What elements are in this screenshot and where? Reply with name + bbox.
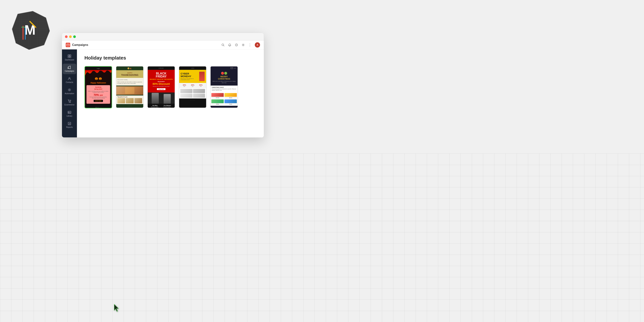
tmpl-xmas-title: MerryChristmas bbox=[212, 76, 236, 80]
tmpl-logo-halloween: Logo bbox=[85, 67, 112, 70]
svg-line-10 bbox=[224, 46, 224, 46]
browser-window: Campaigns ? bbox=[62, 33, 264, 138]
header-left: Campaigns bbox=[66, 43, 88, 47]
template-preview-thanksgiving: 🍂 HAPPY THANKSGIVING Dear [FIRST NAME], … bbox=[116, 66, 143, 108]
svg-text:?: ? bbox=[236, 44, 237, 46]
search-icon[interactable] bbox=[221, 43, 225, 47]
tmpl-bf-cat2: For Women Exclusive deals... bbox=[164, 105, 171, 108]
tmpl-thanksgiving-content: Dear [FIRST NAME], We're currently your … bbox=[116, 78, 143, 86]
tmpl-cm-subtitle: Electronics and apparel at unbeatable pr… bbox=[181, 78, 199, 80]
tmpl-cm-disc1: 30% OFF bbox=[183, 84, 186, 87]
svg-point-22 bbox=[70, 102, 71, 102]
sidebar-item-reports[interactable]: Reports bbox=[63, 120, 76, 130]
sidebar-item-campaigns[interactable]: Campaigns bbox=[63, 64, 76, 74]
tmpl-christmas-footer: ○○○○ bbox=[210, 106, 238, 108]
templates-grid: Logo 🎃 🎃 Happy Halloween Devilishlydarin… bbox=[84, 66, 256, 108]
header-title: Campaigns bbox=[72, 43, 88, 46]
floor-grid bbox=[0, 154, 644, 322]
tmpl-logo-cybermonday: LOGO bbox=[179, 66, 206, 70]
template-preview-christmas: login 🔴🟢 MerryChristmas Wish you a very … bbox=[210, 66, 238, 108]
template-card-blackfriday[interactable]: ● BRAND BLACKFRIDAY BIGGEST SALE OF THE … bbox=[147, 66, 175, 108]
page-title: Holiday templates bbox=[84, 55, 256, 61]
tmpl-cm-person bbox=[199, 72, 204, 81]
svg-rect-23 bbox=[68, 111, 71, 114]
tmpl-logo-christmas: login bbox=[210, 66, 238, 70]
sidebar: Dashboard Campaigns Contacts bbox=[62, 50, 77, 138]
browser-titlebar bbox=[62, 33, 264, 40]
tmpl-xmas-ornaments: 🔴🟢 bbox=[212, 72, 236, 75]
svg-rect-8 bbox=[67, 44, 69, 46]
template-card-halloween[interactable]: Logo 🎃 🎃 Happy Halloween Devilishlydarin… bbox=[84, 66, 112, 108]
tmpl-promo-box: Devilishlydaring deals! We're currently … bbox=[86, 85, 110, 104]
sidebar-label-dashboard: Dashboard bbox=[65, 59, 74, 61]
tmpl-thanksgiving-title: HAPPY THANKSGIVING bbox=[116, 70, 143, 78]
tmpl-bf-discount: 80% Discount bbox=[149, 82, 173, 85]
app-header: Campaigns ? bbox=[62, 40, 264, 50]
tmpl-christmas-hero: 🔴🟢 MerryChristmas Wish you a very Merry … bbox=[210, 70, 238, 86]
template-preview-cybermonday: LOGO CYBERMONDAY Electronics and apparel… bbox=[179, 66, 206, 108]
tmpl-thanksgiving-footer: ○○○ bbox=[116, 104, 143, 108]
svg-rect-17 bbox=[70, 56, 71, 58]
svg-text:🍂: 🍂 bbox=[130, 68, 132, 70]
tmpl-logo-thanksgiving: 🍂 bbox=[116, 66, 143, 70]
template-card-cybermonday[interactable]: LOGO CYBERMONDAY Electronics and apparel… bbox=[179, 66, 206, 108]
header-logo-icon bbox=[66, 43, 70, 47]
tmpl-cybermonday-footer: ○○○○ bbox=[179, 98, 206, 102]
tmpl-shop-btn[interactable]: SHOP NOW bbox=[94, 100, 103, 102]
tmpl-thanksgiving-image bbox=[116, 86, 143, 95]
sidebar-item-library[interactable]: Library bbox=[63, 108, 76, 119]
header-right: ? ⋮ A bbox=[221, 42, 260, 48]
tmpl-bf-title: BLACKFRIDAY bbox=[149, 72, 173, 78]
svg-rect-15 bbox=[70, 55, 71, 56]
svg-rect-14 bbox=[68, 55, 69, 56]
sidebar-item-ecommerce[interactable]: Ecommerce bbox=[63, 97, 76, 108]
tmpl-halloween-footer: follow us ○ ○ ○ bbox=[85, 104, 112, 108]
tmpl-cybermonday-hero: CYBERMONDAY Electronics and apparel at u… bbox=[179, 70, 206, 83]
browser-close-dot[interactable] bbox=[65, 36, 68, 38]
browser-maximize-dot[interactable] bbox=[73, 36, 76, 38]
tmpl-percent: 70% OFF bbox=[88, 94, 109, 96]
tmpl-logo-blackfriday: ● BRAND bbox=[148, 66, 175, 70]
sidebar-label-ecommerce: Ecommerce bbox=[64, 104, 74, 106]
tmpl-cm-title: CYBERMONDAY bbox=[181, 72, 199, 78]
help-icon[interactable]: ? bbox=[234, 43, 238, 47]
svg-point-26 bbox=[128, 68, 129, 69]
sidebar-item-automation[interactable]: Automation bbox=[63, 86, 76, 96]
tmpl-blackfriday-image bbox=[148, 92, 175, 104]
svg-point-24 bbox=[68, 112, 69, 112]
tmpl-cm-disc2: 40% OFF bbox=[191, 84, 194, 87]
tmpl-bf-subtitle: BIGGEST SALE OF THE MONTH bbox=[149, 78, 173, 80]
tmpl-bf-categories: For Men Exclusive deals... For Women Exc… bbox=[148, 104, 175, 108]
tmpl-pumpkins: 🎃 🎃 bbox=[85, 76, 112, 81]
sidebar-label-contacts: Contacts bbox=[66, 81, 73, 84]
svg-point-21 bbox=[69, 102, 70, 102]
sidebar-label-library: Library bbox=[67, 115, 72, 117]
svg-point-9 bbox=[222, 44, 224, 46]
tmpl-christmas-products: Gift Item Special Holiday bbox=[210, 92, 238, 106]
tmpl-bf-cat1: For Men Exclusive deals... bbox=[151, 105, 159, 108]
tmpl-cm-discounts: 30% OFF 40% OFF 60% OFF bbox=[179, 83, 206, 88]
sidebar-item-dashboard[interactable]: Dashboard bbox=[63, 52, 76, 63]
sidebar-label-reports: Reports bbox=[66, 126, 73, 128]
svg-point-20 bbox=[69, 89, 70, 90]
sidebar-item-contacts[interactable]: Contacts bbox=[63, 75, 76, 85]
sidebar-label-campaigns: Campaigns bbox=[65, 70, 74, 72]
template-card-christmas[interactable]: login 🔴🟢 MerryChristmas Wish you a very … bbox=[210, 66, 238, 108]
settings-icon[interactable] bbox=[241, 43, 245, 47]
tmpl-cm-products bbox=[179, 88, 206, 98]
template-card-thanksgiving[interactable]: 🍂 HAPPY THANKSGIVING Dear [FIRST NAME], … bbox=[116, 66, 144, 108]
bell-icon[interactable] bbox=[228, 43, 232, 47]
app-body: Dashboard Campaigns Contacts bbox=[62, 50, 264, 138]
tmpl-thanksgiving-tips: Top picks for you bbox=[116, 96, 143, 104]
template-preview-blackfriday: ● BRAND BLACKFRIDAY BIGGEST SALE OF THE … bbox=[148, 66, 175, 108]
tmpl-cm-disc3: 60% OFF bbox=[199, 84, 202, 87]
tmpl-blackfriday-hero: BLACKFRIDAY BIGGEST SALE OF THE MONTH Ex… bbox=[148, 70, 175, 92]
avatar[interactable]: A bbox=[255, 42, 260, 48]
more-icon[interactable]: ⋮ bbox=[248, 43, 252, 47]
browser-minimize-dot[interactable] bbox=[69, 36, 72, 38]
sidebar-label-automation: Automation bbox=[65, 92, 74, 95]
app-logo: M bbox=[10, 10, 53, 53]
svg-rect-16 bbox=[68, 56, 69, 58]
tmpl-xmas-subtitle: Wish you a very Merry Christmas and a Ha… bbox=[212, 80, 236, 84]
tmpl-bf-exclusive: Exclusive bbox=[149, 81, 173, 82]
